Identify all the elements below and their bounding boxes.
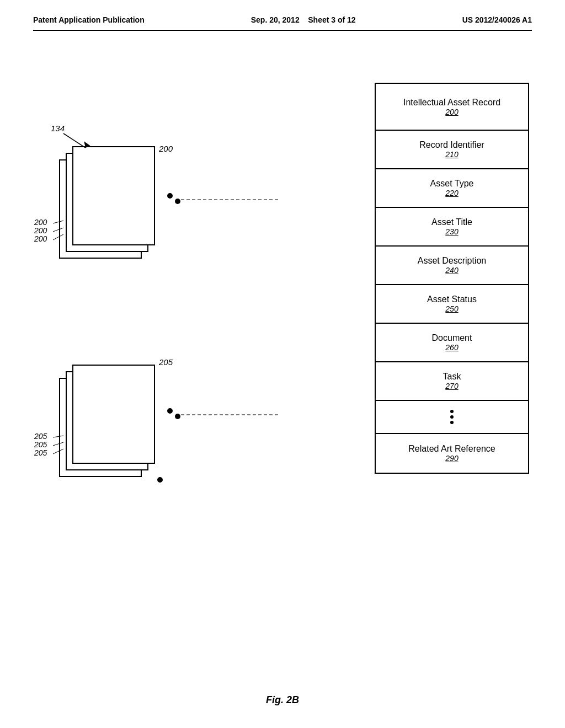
- task-title: Task: [443, 372, 461, 382]
- document-title: Document: [432, 333, 472, 343]
- svg-point-27: [167, 408, 173, 414]
- svg-text:205: 205: [34, 440, 47, 449]
- page: Patent Application Publication Sep. 20, …: [0, 0, 565, 728]
- related-art-title: Related Art Reference: [408, 444, 495, 454]
- header-right: US 2012/240026 A1: [462, 15, 532, 24]
- table-row-related-art: Related Art Reference 290: [376, 434, 528, 473]
- svg-rect-2: [73, 147, 154, 245]
- asset-type-number: 220: [445, 189, 458, 197]
- table-row-asset-status: Asset Status 250: [376, 285, 528, 324]
- table-header-number: 200: [445, 108, 458, 116]
- related-art-number: 290: [445, 454, 458, 463]
- svg-text:205: 205: [158, 357, 173, 367]
- table-row-record-identifier: Record Identifier 210: [376, 131, 528, 169]
- document-number: 260: [445, 343, 458, 352]
- svg-point-28: [175, 414, 180, 419]
- asset-type-title: Asset Type: [430, 179, 474, 189]
- asset-status-number: 250: [445, 304, 458, 313]
- svg-line-4: [63, 133, 86, 148]
- asset-title-number: 230: [445, 227, 458, 236]
- svg-text:200: 200: [34, 226, 47, 235]
- record-identifier-number: 210: [445, 150, 458, 159]
- asset-description-number: 240: [445, 266, 458, 275]
- table-header: Intellectual Asset Record 200: [376, 84, 528, 131]
- dot-3: [450, 421, 454, 424]
- asset-status-title: Asset Status: [427, 295, 477, 304]
- svg-text:205: 205: [34, 448, 47, 457]
- record-identifier-title: Record Identifier: [419, 140, 484, 150]
- svg-text:205: 205: [34, 432, 47, 441]
- dot-1: [450, 410, 454, 413]
- svg-point-14: [167, 193, 173, 199]
- svg-text:200: 200: [158, 144, 173, 153]
- table-row-asset-type: Asset Type 220: [376, 169, 528, 208]
- main-content: 134 200 200 200 200: [0, 50, 565, 695]
- svg-rect-19: [73, 365, 154, 463]
- record-table-container: Intellectual Asset Record 200 Record Ide…: [375, 83, 532, 474]
- asset-description-title: Asset Description: [418, 256, 487, 266]
- diagram-svg: 134 200 200 200 200: [0, 50, 309, 684]
- task-number: 270: [445, 382, 458, 390]
- table-row-document: Document 260: [376, 324, 528, 362]
- asset-title-title: Asset Title: [431, 217, 472, 227]
- svg-text:200: 200: [34, 218, 47, 227]
- header-divider: [33, 30, 532, 31]
- table-header-title: Intellectual Asset Record: [403, 98, 500, 108]
- header-left: Patent Application Publication: [33, 15, 145, 24]
- table-row-task: Task 270: [376, 362, 528, 401]
- svg-point-30: [157, 477, 163, 483]
- figure-caption: Fig. 2B: [266, 694, 299, 706]
- svg-point-15: [175, 199, 180, 204]
- svg-text:134: 134: [51, 124, 65, 133]
- table-row-asset-description: Asset Description 240: [376, 247, 528, 285]
- svg-text:200: 200: [34, 234, 47, 243]
- dot-2: [450, 415, 454, 419]
- page-header: Patent Application Publication Sep. 20, …: [0, 0, 565, 24]
- table-row-asset-title: Asset Title 230: [376, 208, 528, 247]
- header-date: Sep. 20, 2012 Sheet 3 of 12: [251, 15, 356, 24]
- record-table: Intellectual Asset Record 200 Record Ide…: [375, 83, 529, 474]
- table-row-dots: [376, 401, 528, 434]
